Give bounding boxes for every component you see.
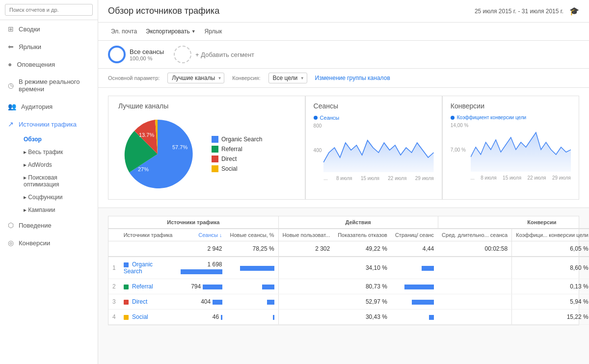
change-group-link[interactable]: Изменение группы каналов [315,75,390,81]
clock-icon: ◷ [8,81,14,89]
legend-social: Social [212,165,262,172]
sidebar-submenu-adwords[interactable]: ▸ AdWords [20,158,98,171]
legend-dot-social [212,165,218,172]
new-pct-bar [267,300,274,305]
conversions-chart-area: ... 8 июля 15 июля 22 июля 29 июля [471,123,571,181]
y-max: 14,00 % [451,123,469,128]
main-param-select[interactable]: Лучшие каналы [167,73,224,83]
sidebar-item-label: В режиме реального времени [19,78,90,93]
sidebar-submenu-kampanii[interactable]: ▸ Кампании [20,204,98,216]
row-channel[interactable]: Direct [120,294,177,310]
sidebar-item-label: Аудитория [21,103,53,110]
sidebar-item-povedenie[interactable]: ⬡ Поведение [0,216,98,234]
legend-referral: Referral [212,146,262,153]
conv-param-select[interactable]: Все цели [268,73,307,83]
row-bounce: 34,10 % [334,257,391,279]
export-button[interactable]: Экспортировать ▼ [146,28,195,35]
row-new-users [278,294,334,310]
th-sources: Источники трафика [108,216,278,229]
search-input[interactable] [5,4,93,16]
submenu-label: Обзор [24,136,42,143]
sessions-line-svg [323,123,434,172]
sidebar-item-istochniki[interactable]: ↗ Источники трафика [0,115,98,133]
row-conv-rate: 15,22 % [512,310,589,325]
y-mid: 400 [314,148,322,153]
chevron-down-icon: ▼ [191,29,196,34]
bell-icon: ● [8,60,12,68]
sidebar-item-label: Поведение [19,222,52,229]
channel-link[interactable]: Referral [132,283,153,290]
pie-card-title: Лучшие каналы [118,102,262,110]
conversions-legend-label: Коэффициент конверсии цели [457,115,526,120]
sidebar-item-konversii[interactable]: ◎ Конверсии [0,234,98,252]
conversions-x-axis: ... 8 июля 15 июля 22 июля 29 июля [471,175,571,181]
row-num: 1 [108,257,120,279]
pie-label-direct: 13.7% [139,132,154,138]
row-new-pct [226,279,279,294]
th-channel[interactable]: Источники трафика [120,229,177,241]
add-segment-button[interactable]: + Добавить сегмент [174,46,254,63]
submenu-label: ▸ Поисковая оптимизация [24,174,94,188]
new-pct-bar [240,266,274,271]
sidebar-item-svodki[interactable]: ⊞ Сводки [0,20,98,38]
segment-all[interactable]: Все сеансы 100,00 % [108,46,164,63]
sidebar-item-opovescheniya[interactable]: ● Оповещения [0,55,98,73]
sessions-chart-area: ... 8 июля 15 июля 22 июля 29 июля [323,123,434,181]
add-segment-label: + Добавить сегмент [195,51,254,58]
pages-bar [429,315,434,320]
pie-legend: Organic Search Referral Direct [212,136,262,172]
sidebar-item-label: Источники трафика [19,121,77,128]
row-bounce: 30,43 % [334,310,391,325]
conversions-chart-wrapper: 14,00 % 7,00 % ... 8 июля 1 [451,123,571,181]
pie-card: Лучшие каналы 57.7% [108,96,305,200]
sessions-y-axis: 800 400 [314,123,322,172]
row-duration [438,257,512,279]
sidebar-submenu-istochniki: Обзор ▸ Весь трафик ▸ AdWords ▸ Поискова… [0,133,98,216]
conversions-legend: Коэффициент конверсии цели [451,115,571,120]
sidebar-item-auditoriya[interactable]: 👥 Аудитория [0,98,98,115]
sidebar-item-label: Ярлыки [19,43,41,51]
sidebar-submenu-soic[interactable]: ▸ Соцфункции [20,191,98,204]
legend-dot-organic [212,136,218,143]
email-button[interactable]: Эл. почта [108,26,140,36]
channel-link[interactable]: Direct [132,298,147,305]
conversions-card-title: Конверсии [451,102,571,110]
sidebar-submenu-obzor[interactable]: Обзор [20,133,98,146]
sidebar-submenu-poiskovaya[interactable]: ▸ Поисковая оптимизация [20,171,98,191]
tag-button[interactable]: Ярлык [202,26,225,36]
total-pages: 4,44 [391,241,438,257]
traffic-icon: ↗ [8,120,14,128]
row-channel[interactable]: Organic Search [120,257,177,279]
segment-info: Все сеансы 100,00 % [130,48,164,61]
main-header: Обзор источников трафика 25 июля 2015 г.… [98,0,589,23]
new-pct-bar [262,285,274,289]
row-channel[interactable]: Social [120,310,177,325]
th-bounce[interactable]: Показатель отказов [334,229,391,241]
data-table-section: Источники трафика Действия Конверсии Ист… [108,216,579,325]
channel-dot [124,262,129,267]
params-bar: Основной параметр: Лучшие каналы Конверс… [98,69,589,88]
sidebar-item-realtime[interactable]: ◷ В режиме реального времени [0,73,98,98]
row-duration [438,310,512,325]
channel-link[interactable]: Social [132,313,148,320]
row-channel[interactable]: Referral [120,279,177,294]
channel-dot [124,300,129,305]
th-conversions: Конверсии [438,216,589,229]
th-duration[interactable]: Сред. длительно... сеанса [438,229,512,241]
pie-label-organic: 57.7% [172,144,187,150]
th-new-pct[interactable]: Новые сеансы, % [226,229,279,241]
conversions-area [471,132,571,172]
sessions-legend: Сеансы [314,115,434,121]
conversion-label: Конверсия: [232,75,260,81]
row-sessions: 46 [177,310,226,325]
th-new-users[interactable]: Новые пользоват... [278,229,334,241]
th-sessions[interactable]: Сеансы ↓ [177,229,226,241]
th-pages[interactable]: Страниц/ сеанс [391,229,438,241]
th-conv-rate[interactable]: Коэффици... конверсии цели [512,229,589,241]
sidebar-item-yarlyky[interactable]: ⬅ Ярлыки [0,38,98,55]
table-col-header-row: Источники трафика Сеансы ↓ Новые сеансы,… [108,229,589,241]
sidebar-submenu-ves-trafik[interactable]: ▸ Весь трафик [20,146,98,158]
th-num[interactable] [108,229,120,241]
pages-bar [404,285,434,289]
row-duration [438,279,512,294]
